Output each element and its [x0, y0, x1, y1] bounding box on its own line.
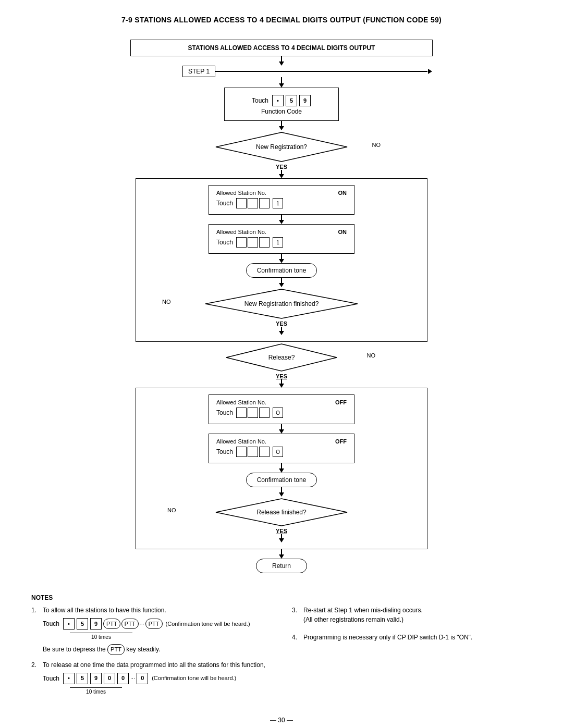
step1-box: STEP 1 — [182, 66, 215, 77]
note1-touch-line: Touch • 5 9 PTT PTT ··· PTT (Confirmatio… — [43, 618, 271, 630]
key-5: 5 — [286, 95, 297, 106]
no-label-1: NO — [372, 142, 381, 148]
yes-label-4: YES — [276, 528, 287, 534]
notes-section: NOTES 1. To allow all the stations to ha… — [31, 594, 532, 701]
dot-key: • — [272, 95, 284, 106]
new-registration-diamond: New Registration? — [214, 130, 349, 164]
no-label-2: NO — [162, 299, 171, 305]
note1-touch-label: Touch — [43, 619, 59, 628]
function-code-label: Function Code — [261, 108, 302, 115]
svg-text:Release finished?: Release finished? — [256, 509, 307, 516]
note3-text: Re-start at Step 1 when mis-dialing occu… — [303, 606, 532, 615]
touch-function-code-box: Touch • 5 9 Function Code — [224, 88, 339, 121]
note-1: 1. To allow all the stations to have thi… — [31, 606, 271, 655]
note2-touch-line: Touch • 5 9 0 0 ··· 0 (Confirmation tone… — [43, 673, 271, 684]
note1-text: To allow all the stations to have this f… — [43, 606, 271, 615]
yes-label-1: YES — [276, 164, 287, 170]
touch-label-5: Touch — [216, 448, 233, 455]
svg-text:Release?: Release? — [268, 354, 295, 361]
yes-label-2: YES — [276, 320, 287, 327]
note2-text: To release at one time the data programm… — [43, 660, 271, 670]
release-finished-diamond: Release finished? — [214, 497, 349, 528]
release-section: Allowed Station No. OFF Touch O Allowed … — [136, 388, 427, 549]
station-on-box-2: Allowed Station No. ON Touch 1 — [209, 224, 354, 254]
station-off-box-1: Allowed Station No. OFF Touch O — [209, 394, 354, 424]
note1-10times: 10 times — [91, 633, 111, 641]
note4-text: Programming is necessary only if CP DIP … — [303, 633, 532, 642]
notes-title: NOTES — [31, 594, 532, 601]
no-label-4: NO — [167, 507, 176, 513]
note-3: 3. Re-start at Step 1 when mis-dialing o… — [292, 606, 532, 624]
station-off-box-2: Allowed Station No. OFF Touch O — [209, 434, 354, 463]
page-title: 7-9 STATIONS ALLOWED ACCESS TO 4 DECIMAL… — [31, 16, 532, 24]
no-label-3: NO — [367, 352, 376, 359]
yes-label-3: YES — [276, 373, 287, 379]
note2-touch-label: Touch — [43, 674, 59, 683]
touch-label-3: Touch — [216, 239, 233, 246]
note3-sub: (All other registrations remain valid.) — [303, 615, 532, 624]
note1-confirmation: (Confirmation tone will be heard.) — [166, 620, 250, 628]
touch-label-2: Touch — [216, 200, 233, 207]
note2-confirmation: (Confirmation tone will be heard.) — [152, 674, 236, 683]
svg-text:New Registration finished?: New Registration finished? — [244, 300, 319, 307]
svg-text:New Registration?: New Registration? — [256, 143, 307, 151]
touch-label-4: Touch — [216, 409, 233, 416]
note-4: 4. Programming is necessary only if CP D… — [292, 633, 532, 642]
note2-10times: 10 times — [86, 688, 106, 696]
top-label: STATIONS ALLOWED ACCESS TO 4 DECIMAL DIG… — [130, 40, 433, 56]
touch-label-1: Touch — [252, 97, 268, 104]
registration-section: Allowed Station No. ON Touch 1 Allowed S… — [136, 178, 427, 342]
confirmation-tone-1: Confirmation tone — [246, 263, 317, 278]
note1-ptt-note: Be sure to depress the PTT key steadily. — [43, 644, 271, 655]
station-on-box-1: Allowed Station No. ON Touch 1 — [209, 185, 354, 215]
page-number: — 30 — — [31, 717, 532, 724]
flowchart: STATIONS ALLOWED ACCESS TO 4 DECIMAL DIG… — [31, 40, 532, 573]
note-2: 2. To release at one time the data progr… — [31, 660, 271, 696]
release-diamond: Release? — [224, 342, 339, 373]
key-9: 9 — [299, 95, 311, 106]
return-box: Return — [256, 559, 307, 573]
confirmation-tone-2: Confirmation tone — [246, 473, 317, 487]
new-reg-finished-diamond: New Registration finished? — [203, 287, 360, 320]
